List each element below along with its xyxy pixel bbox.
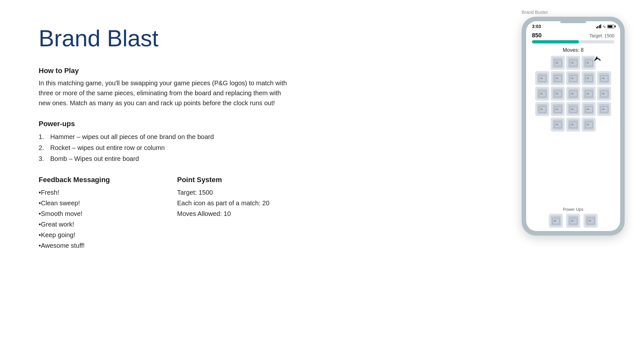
signal-icon [596,24,601,28]
list-item: •Awesome stuff! [39,240,151,251]
phone-screen: 3:03 ∿ 850 Target: 1500 [526,21,620,231]
grid-cell[interactable] [535,71,549,85]
grid-cell[interactable] [551,117,565,132]
phone-frame: 3:03 ∿ 850 Target: 1500 [522,17,625,236]
grid-cell[interactable] [566,102,580,116]
feedback-list: •Fresh! •Clean sweep! •Smooth move! •Gre… [39,187,151,251]
powerup-cell-2[interactable] [566,214,580,228]
grid-row-1 [531,56,616,70]
points-section: Point System Target: 1500 Each icon as p… [177,176,290,251]
item-text: Bomb – Wipes out entire board [50,153,139,164]
grid-row-5 [531,117,616,132]
grid-cell[interactable] [582,117,596,132]
grid-cell[interactable] [582,56,596,70]
score-row: 850 Target: 1500 [526,30,620,40]
points-values: Target: 1500 Each icon as part of a matc… [177,187,290,219]
swap-cursor-icon [591,53,602,65]
powerups-section: Power Ups [526,205,620,231]
page-title: Brand Blast [39,26,290,51]
target-line: Target: 1500 [177,187,290,198]
item-num: 2. [39,142,48,153]
feedback-section: Feedback Messaging •Fresh! •Clean sweep!… [39,176,151,251]
item-text: Rocket – wipes out entire row or column [50,142,165,153]
list-item: •Fresh! [39,187,151,198]
grid-cell[interactable] [551,87,565,101]
list-item: 3. Bomb – Wipes out entire board [39,153,290,164]
phone-area: Brand Buster 3:03 ∿ [522,10,625,236]
item-text: Hammer – wipes out all pieces of one bra… [50,131,214,142]
list-item: •Clean sweep! [39,198,151,209]
feedback-heading: Feedback Messaging [39,176,151,184]
per-icon-line: Each icon as part of a match: 20 [177,198,290,209]
app-label: Brand Buster [522,10,548,15]
list-item: 1. Hammer – wipes out all pieces of one … [39,131,290,142]
content-area: Brand Blast How to Play In this matching… [0,0,309,362]
progress-fill [532,40,579,43]
grid-cell[interactable] [582,71,596,85]
powerups-label: Power Ups [531,207,616,212]
how-to-play-body: In this matching game, you'll be swappin… [39,78,290,108]
grid-cell[interactable] [566,87,580,101]
grid-cell[interactable] [551,56,565,70]
powerups-list: 1. Hammer – wipes out all pieces of one … [39,131,290,164]
game-grid [526,56,620,205]
target-display: Target: 1500 [589,33,614,38]
how-to-play-section: How to Play In this matching game, you'l… [39,67,290,108]
wifi-icon: ∿ [602,24,606,29]
how-to-play-heading: How to Play [39,67,290,75]
status-time: 3:03 [532,24,541,29]
item-num: 3. [39,153,48,164]
status-icons: ∿ [596,24,615,29]
grid-cell[interactable] [597,71,611,85]
grid-cell[interactable] [597,102,611,116]
list-item: •Smooth move! [39,209,151,219]
grid-cell[interactable] [551,102,565,116]
grid-row-4 [531,102,616,116]
points-heading: Point System [177,176,290,184]
moves-allowed-line: Moves Allowed: 10 [177,209,290,219]
bottom-sections: Feedback Messaging •Fresh! •Clean sweep!… [39,176,290,251]
list-item: •Keep going! [39,230,151,240]
powerups-heading: Power-ups [39,120,290,128]
powerup-cell-1[interactable] [549,214,563,228]
powerups-section: Power-ups 1. Hammer – wipes out all piec… [39,120,290,164]
list-item: •Great work! [39,219,151,230]
grid-cell[interactable] [535,102,549,116]
grid-cell[interactable] [597,87,611,101]
list-item: 2. Rocket – wipes out entire row or colu… [39,142,290,153]
item-num: 1. [39,131,48,142]
grid-cell[interactable] [582,87,596,101]
grid-row-2 [531,71,616,85]
grid-row-3 [531,87,616,101]
battery-icon [607,25,614,28]
grid-cell[interactable] [566,117,580,132]
moves-display: Moves: 8 [526,46,620,56]
powerup-cell-3[interactable] [583,214,598,228]
grid-cell[interactable] [582,102,596,116]
grid-cell[interactable] [551,71,565,85]
score-display: 850 [532,32,542,39]
powerups-row [531,214,616,228]
progress-bar [532,40,614,43]
grid-cell[interactable] [535,87,549,101]
grid-cell[interactable] [566,56,580,70]
notch [560,21,586,23]
grid-cell[interactable] [566,71,580,85]
